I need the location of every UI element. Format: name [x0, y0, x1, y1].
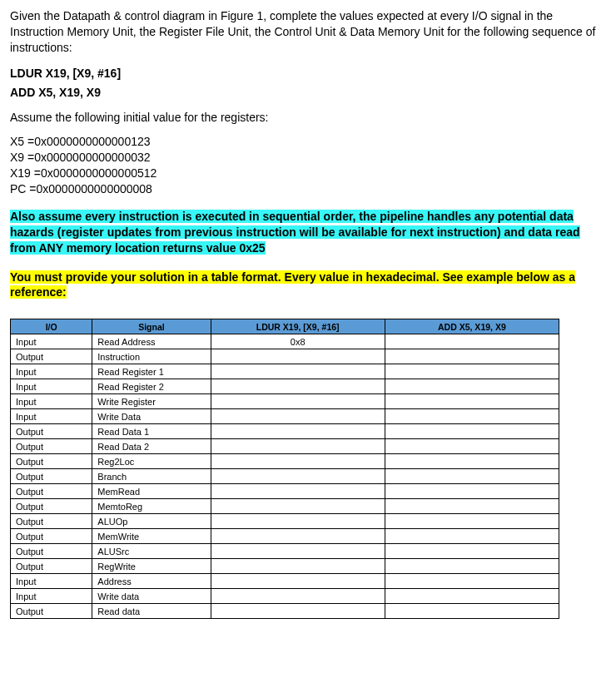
cell-io: Input: [11, 589, 92, 604]
cell-io: Input: [11, 379, 92, 394]
reg-pc: PC =0x0000000000000008: [10, 181, 606, 197]
cell-col2: [385, 439, 559, 454]
requirement-text: You must provide your solution in a tabl…: [10, 270, 575, 299]
cell-io: Input: [11, 334, 92, 349]
cell-col2: [385, 394, 559, 409]
table-row: InputWrite Register: [11, 394, 559, 409]
cell-col1: [211, 589, 385, 604]
table-row: OutputRead data: [11, 604, 559, 619]
table-row: InputRead Address0x8: [11, 334, 559, 349]
cell-col1: [211, 574, 385, 589]
register-block: X5 =0x0000000000000123 X9 =0x00000000000…: [10, 134, 606, 197]
instruction-block: LDUR X19, [X9, #16] ADD X5, X19, X9: [10, 66, 606, 101]
cell-col2: [385, 364, 559, 379]
cell-col2: [385, 514, 559, 529]
cell-io: Input: [11, 394, 92, 409]
intro-paragraph: Given the Datapath & control diagram in …: [10, 8, 606, 56]
cell-signal: MemtoReg: [92, 499, 211, 514]
header-signal: Signal: [92, 319, 211, 334]
cell-io: Output: [11, 349, 92, 364]
header-col2: ADD X5, X19, X9: [385, 319, 559, 334]
cell-io: Input: [11, 409, 92, 424]
cell-col2: [385, 379, 559, 394]
assumption-paragraph: Also assume every instruction is execute…: [10, 209, 606, 256]
cell-io: Output: [11, 499, 92, 514]
reg-x19: X19 =0x0000000000000512: [10, 166, 606, 181]
cell-col1: [211, 529, 385, 544]
table-row: InputAddress: [11, 574, 559, 589]
cell-col1: [211, 514, 385, 529]
cell-io: Output: [11, 424, 92, 439]
cell-col2: [385, 454, 559, 469]
cell-col2: [385, 484, 559, 499]
cell-col2: [385, 529, 559, 544]
table-row: OutputRead Data 1: [11, 424, 559, 439]
reg-x9: X9 =0x0000000000000032: [10, 150, 606, 166]
cell-signal: Address: [92, 574, 211, 589]
cell-io: Output: [11, 529, 92, 544]
cell-col1: [211, 469, 385, 484]
cell-signal: Branch: [92, 469, 211, 484]
cell-signal: ALUSrc: [92, 544, 211, 559]
cell-col2: [385, 499, 559, 514]
cell-col1: [211, 424, 385, 439]
table-row: InputWrite Data: [11, 409, 559, 424]
cell-col2: [385, 424, 559, 439]
table-row: OutputRead Data 2: [11, 439, 559, 454]
table-row: OutputALUOp: [11, 514, 559, 529]
cell-col1: [211, 484, 385, 499]
requirement-paragraph: You must provide your solution in a tabl…: [10, 270, 606, 301]
cell-io: Output: [11, 559, 92, 574]
cell-signal: ALUOp: [92, 514, 211, 529]
cell-col1: [211, 439, 385, 454]
table-row: OutputMemWrite: [11, 529, 559, 544]
reg-x5: X5 =0x0000000000000123: [10, 134, 606, 150]
signal-table: I/O Signal LDUR X19, [X9, #16] ADD X5, X…: [10, 319, 559, 619]
table-row: InputWrite data: [11, 589, 559, 604]
table-row: OutputMemRead: [11, 484, 559, 499]
cell-col2: [385, 469, 559, 484]
cell-signal: Reg2Loc: [92, 454, 211, 469]
cell-io: Output: [11, 469, 92, 484]
table-header-row: I/O Signal LDUR X19, [X9, #16] ADD X5, X…: [11, 319, 559, 334]
cell-col2: [385, 349, 559, 364]
cell-col2: [385, 604, 559, 619]
table-row: OutputRegWrite: [11, 559, 559, 574]
cell-io: Output: [11, 454, 92, 469]
cell-col2: [385, 409, 559, 424]
cell-signal: Write Register: [92, 394, 211, 409]
cell-signal: RegWrite: [92, 559, 211, 574]
cell-io: Input: [11, 364, 92, 379]
cell-io: Output: [11, 484, 92, 499]
cell-io: Output: [11, 604, 92, 619]
header-col1: LDUR X19, [X9, #16]: [211, 319, 385, 334]
table-row: OutputInstruction: [11, 349, 559, 364]
cell-col1: [211, 349, 385, 364]
cell-signal: Write Data: [92, 409, 211, 424]
cell-col1: 0x8: [211, 334, 385, 349]
cell-io: Output: [11, 439, 92, 454]
cell-signal: Read Address: [92, 334, 211, 349]
cell-signal: Read Data 1: [92, 424, 211, 439]
table-row: InputRead Register 1: [11, 364, 559, 379]
cell-col2: [385, 544, 559, 559]
cell-col1: [211, 559, 385, 574]
assumption-text: Also assume every instruction is execute…: [10, 210, 580, 255]
table-body: InputRead Address0x8OutputInstructionInp…: [11, 334, 559, 619]
cell-io: Output: [11, 514, 92, 529]
cell-col2: [385, 334, 559, 349]
cell-col1: [211, 454, 385, 469]
table-row: OutputALUSrc: [11, 544, 559, 559]
cell-col1: [211, 379, 385, 394]
assume-label: Assume the following initial value for t…: [10, 110, 606, 126]
cell-signal: Read Register 2: [92, 379, 211, 394]
cell-col1: [211, 409, 385, 424]
table-row: OutputBranch: [11, 469, 559, 484]
cell-col1: [211, 364, 385, 379]
cell-signal: MemRead: [92, 484, 211, 499]
cell-col2: [385, 574, 559, 589]
cell-col1: [211, 544, 385, 559]
instruction-line-1: LDUR X19, [X9, #16]: [10, 66, 606, 82]
table-row: InputRead Register 2: [11, 379, 559, 394]
cell-col1: [211, 499, 385, 514]
